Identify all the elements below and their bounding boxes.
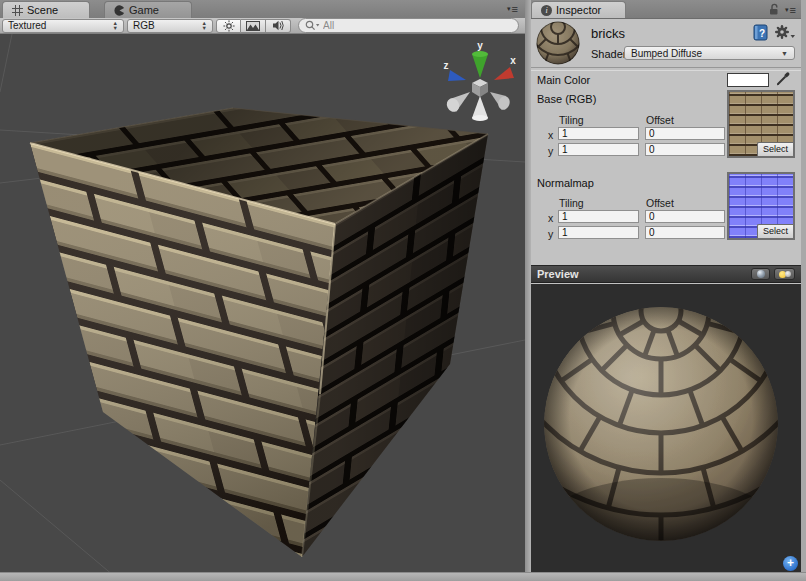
window-frame-bottom [0, 572, 806, 581]
normal-tiling-x-input[interactable] [558, 210, 639, 223]
base-texture-thumbnail[interactable]: Select [727, 90, 795, 158]
unity-editor-window: Scene Game ▾≡ Textured ▲▼ RGB ▲▼ [0, 0, 806, 581]
base-tiling-x-input[interactable] [558, 127, 639, 140]
tab-scene[interactable]: Scene [2, 1, 90, 18]
gizmo-x-label[interactable]: x [510, 55, 516, 66]
preview-sphere-button[interactable] [751, 268, 770, 280]
inspector-tabbar: i Inspector ▾≡ [531, 0, 801, 19]
scene-canvas: y x z [0, 34, 525, 572]
tab-scene-label: Scene [27, 4, 58, 16]
normal-tiling-label: Tiling [559, 197, 584, 209]
normalmap-texture-thumbnail[interactable]: Select [727, 172, 795, 240]
updown-arrows-icon: ▲▼ [198, 21, 207, 30]
normal-offset-x-input[interactable] [645, 210, 725, 223]
eyedropper-icon[interactable] [775, 71, 791, 87]
search-input[interactable] [320, 20, 512, 31]
lock-icon[interactable] [768, 3, 780, 16]
svg-text:?: ? [759, 28, 765, 39]
preview-header: Preview [531, 265, 801, 283]
preview-title: Preview [537, 268, 579, 280]
help-book-icon[interactable]: ? [753, 24, 769, 41]
shader-dropdown[interactable]: Bumped Diffuse ▼ [624, 46, 795, 60]
base-tiling-y-input[interactable] [558, 143, 639, 156]
scene-tabbar: Scene Game ▾≡ [0, 0, 525, 19]
base-x-label: x [548, 129, 553, 141]
sphere-small-icon [785, 271, 791, 277]
material-preview-thumbnail[interactable] [536, 21, 580, 65]
normal-offset-y-input[interactable] [645, 226, 725, 239]
speaker-icon [272, 20, 285, 31]
search-field[interactable] [298, 18, 519, 33]
base-select-button[interactable]: Select [757, 142, 793, 156]
tab-game-label: Game [129, 4, 159, 16]
shader-label: Shader [591, 48, 626, 60]
info-icon: i [541, 5, 552, 16]
scene-panel-menu-icon[interactable]: ▾≡ [507, 3, 518, 15]
normalmap-label: Normalmap [537, 177, 594, 189]
channel-value: RGB [133, 20, 155, 31]
updown-arrows-icon: ▲▼ [109, 21, 118, 30]
render-mode-value: Textured [8, 20, 46, 31]
scene-panel: Scene Game ▾≡ Textured ▲▼ RGB ▲▼ [0, 0, 525, 572]
normal-offset-label: Offset [646, 197, 674, 209]
main-color-label: Main Color [537, 74, 590, 86]
preview-sphere [531, 284, 801, 572]
render-mode-dropdown[interactable]: Textured ▲▼ [2, 19, 124, 33]
base-y-label: y [548, 145, 553, 157]
search-icon [305, 20, 320, 31]
normal-y-label: y [548, 228, 553, 240]
channel-dropdown[interactable]: RGB ▲▼ [127, 19, 213, 33]
scene-viewport[interactable]: y x z [0, 34, 525, 572]
base-offset-y-input[interactable] [645, 143, 725, 156]
panel-divider[interactable] [525, 0, 531, 572]
preview-lighting-button[interactable] [774, 268, 795, 280]
grid-icon [12, 5, 23, 16]
scene-fx-toggle[interactable] [241, 19, 266, 33]
base-rgb-label: Base (RGB) [537, 93, 596, 105]
brick-cube [30, 108, 488, 557]
divider [531, 67, 801, 71]
material-name: bricks [591, 26, 625, 41]
window-frame-right [801, 0, 806, 581]
add-button[interactable]: + [783, 556, 798, 571]
scene-toolbar: Textured ▲▼ RGB ▲▼ [0, 18, 525, 34]
tab-inspector[interactable]: i Inspector [531, 1, 626, 18]
inspector-panel: i Inspector ▾≡ [531, 0, 801, 572]
chevron-down-icon: ▼ [781, 50, 788, 57]
orientation-gizmo[interactable]: y x z [444, 40, 517, 121]
sun-icon [223, 20, 235, 32]
sphere-icon [757, 270, 765, 278]
tab-game[interactable]: Game [104, 1, 192, 18]
scene-lighting-toggle[interactable] [216, 19, 241, 33]
gizmo-z-label[interactable]: z [444, 60, 449, 71]
base-offset-label: Offset [646, 114, 674, 126]
game-icon [114, 5, 125, 16]
base-offset-x-input[interactable] [645, 127, 725, 140]
gizmo-y-label[interactable]: y [477, 40, 483, 51]
gear-menu-icon[interactable] [774, 24, 796, 41]
inspector-menu-icon[interactable]: ▾≡ [785, 4, 796, 16]
main-color-swatch[interactable] [727, 73, 769, 87]
shader-value: Bumped Diffuse [631, 48, 702, 59]
normal-tiling-y-input[interactable] [558, 226, 639, 239]
base-tiling-label: Tiling [559, 114, 584, 126]
tab-inspector-label: Inspector [556, 4, 601, 16]
scene-audio-toggle[interactable] [266, 19, 291, 33]
image-icon [246, 21, 260, 31]
normal-x-label: x [548, 212, 553, 224]
normalmap-select-button[interactable]: Select [757, 224, 793, 238]
preview-viewport[interactable]: + [531, 284, 801, 572]
